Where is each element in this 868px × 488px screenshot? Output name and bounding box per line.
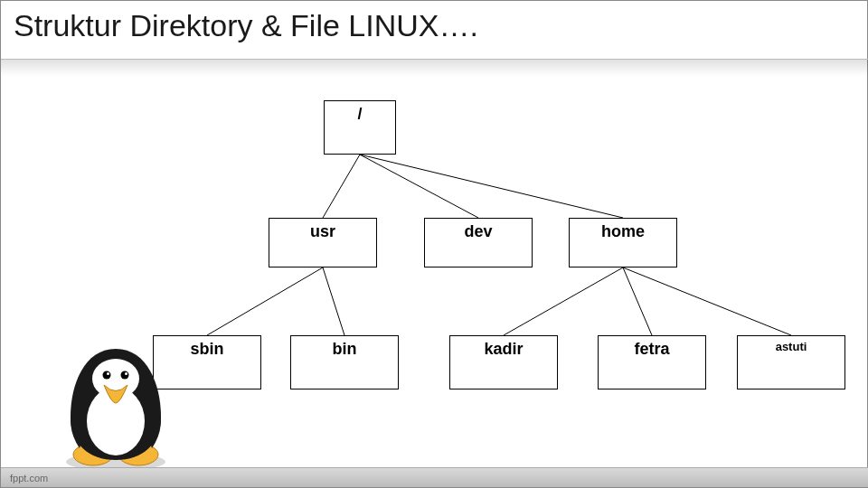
tree-node-usr: usr [269, 218, 377, 267]
tree-node-home: home [569, 218, 677, 267]
tree-node-label: / [357, 105, 362, 124]
svg-line-3 [207, 267, 323, 335]
tree-node-label: kadir [484, 340, 523, 359]
tree-node-label: sbin [190, 340, 223, 359]
penguin-icon [48, 335, 184, 471]
tree-node-label: dev [464, 222, 492, 241]
tree-node-fetra: fetra [598, 335, 706, 389]
svg-line-4 [323, 267, 344, 335]
svg-line-0 [323, 155, 360, 218]
tree-node-bin: bin [290, 335, 399, 389]
title-shadow [1, 60, 868, 76]
footer-attribution: fppt.com [10, 473, 48, 483]
svg-line-2 [360, 155, 623, 218]
svg-line-1 [360, 155, 478, 218]
slide-canvas: Struktur Direktory & File LINUX…. / usr … [0, 0, 868, 488]
svg-point-15 [103, 371, 111, 380]
svg-point-16 [121, 371, 129, 380]
svg-line-7 [623, 267, 791, 335]
svg-line-6 [623, 267, 652, 335]
tree-node-root: / [324, 100, 396, 155]
svg-point-17 [107, 372, 109, 375]
tree-node-label: home [601, 222, 645, 241]
tree-node-dev: dev [424, 218, 533, 267]
footer-bar [1, 467, 868, 487]
svg-line-5 [504, 267, 623, 335]
tree-node-label: astuti [776, 340, 807, 353]
tree-node-label: bin [333, 340, 357, 359]
slide-title: Struktur Direktory & File LINUX…. [14, 8, 478, 43]
tree-node-kadir: kadir [449, 335, 558, 389]
tree-node-label: usr [310, 222, 335, 241]
tree-node-label: fetra [634, 340, 669, 359]
tree-node-astuti: astuti [737, 335, 845, 389]
svg-point-18 [125, 372, 127, 375]
